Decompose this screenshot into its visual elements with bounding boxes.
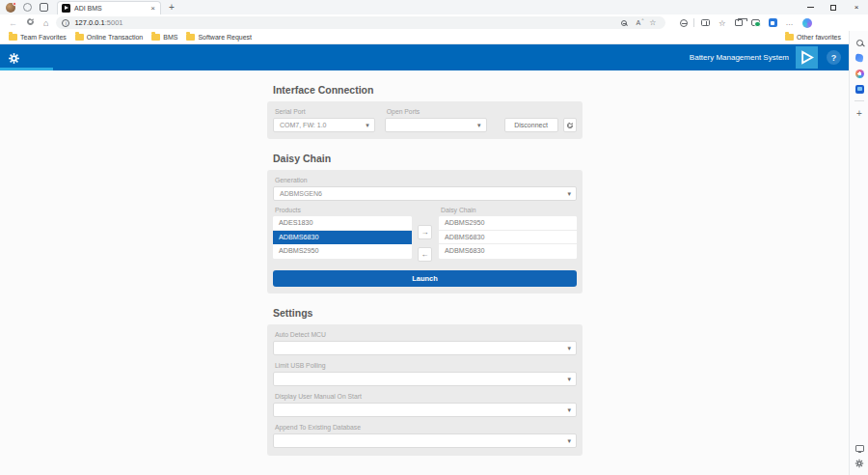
sidebar-bottom [850,440,868,471]
bookmark-item[interactable]: Software Request [186,34,252,41]
window-controls: × [799,0,868,14]
folder-icon [186,34,195,41]
favorites-icon[interactable]: ☆ [719,19,726,27]
window-close-button[interactable]: × [845,0,868,14]
tab-close-icon[interactable]: × [149,4,156,13]
main-content: Interface Connection Serial Port COM7, F… [267,70,583,456]
browser-window: ADI BMS × + × ← ⌂ i 127.0.0.1:5001 A^ ☆ … [0,0,868,475]
disconnect-button[interactable]: Disconnect [504,118,558,132]
window-maximize-button[interactable] [822,0,845,14]
other-favorites[interactable]: Other favorites [785,34,841,41]
display-user-manual-label: Display User Manual On Start [275,393,577,400]
collections-icon[interactable] [735,19,743,26]
toolbar-icons: ☆ … [675,18,816,28]
window-minimize-button[interactable] [799,0,822,14]
tab-actions-icon[interactable] [40,3,48,12]
folder-icon [785,34,794,41]
settings-card: Auto Detect MCU ▾ Limit USB Polling ▾ Di… [267,324,583,456]
bookmark-item[interactable]: BMS [151,34,177,41]
append-database-label: Append To Existing Database [275,424,577,431]
toolbar-divider [693,18,694,27]
daisy-chain-card: Generation ADBMSGEN6 ▾ Products ADES1830… [267,170,583,293]
address-bar[interactable]: i 127.0.0.1:5001 A^ ☆ [56,16,665,29]
profile-avatar-icon[interactable] [6,3,15,13]
chain-label: Daisy Chain [441,207,577,213]
sidebar-settings-gear-icon[interactable] [850,456,868,471]
notification-dot [13,2,16,6]
new-tab-button[interactable]: + [169,3,175,13]
remove-from-chain-button[interactable]: ← [418,247,432,262]
limit-usb-polling-label: Limit USB Polling [275,362,577,369]
copilot-icon[interactable] [802,18,812,28]
bookmark-item[interactable]: Team Favorites [9,34,67,41]
address-bar-row: ← ⌂ i 127.0.0.1:5001 A^ ☆ ☆ … [0,14,868,31]
more-menu-icon[interactable]: … [786,18,795,27]
product-list-item[interactable]: ADBMS2950 [273,244,412,259]
image-creator-icon[interactable] [850,81,868,97]
url-text[interactable]: 127.0.0.1:5001 [74,18,615,27]
split-screen-icon[interactable] [701,19,710,26]
folder-icon [9,34,17,41]
refresh-icon[interactable] [26,17,35,28]
chevron-down-icon: ▾ [567,373,571,386]
open-ports-select[interactable]: ▾ [385,118,487,132]
serial-port-select[interactable]: COM7, FW: 1.0 ▾ [273,118,375,132]
app-title: Battery Management System [690,44,789,70]
sidebar-divider [854,100,864,101]
browser-essentials-icon[interactable] [680,19,688,27]
chevron-down-icon: ▾ [567,342,571,355]
workspaces-icon[interactable] [23,3,32,12]
arrow-left-icon: ← [421,250,429,259]
serial-port-label: Serial Port [275,108,375,115]
active-tab-indicator [0,68,53,70]
back-icon[interactable]: ← [9,18,17,28]
browser-tab[interactable]: ADI BMS × [57,1,161,14]
generation-label: Generation [275,177,577,183]
section-title-settings: Settings [273,307,583,319]
help-icon[interactable]: ? [827,50,841,65]
products-list: ADES1830 ADBMS6830 ADBMS2950 [273,216,412,259]
tab-title: ADI BMS [74,5,149,12]
folder-icon [75,34,84,41]
bms-page: Battery Management System ? Interface Co… [0,44,849,475]
launch-button[interactable]: Launch [273,270,577,287]
adi-favicon-icon [62,4,70,13]
site-info-icon[interactable]: i [62,19,69,27]
limit-usb-polling-select[interactable]: ▾ [273,372,577,386]
chain-list-item[interactable]: ADBMS6830 [439,244,577,259]
arrow-right-icon: → [421,228,429,237]
product-list-item[interactable]: ADES1830 [273,216,412,231]
chevron-down-icon: ▾ [567,434,571,448]
favorite-star-icon[interactable]: ☆ [649,18,656,27]
open-ports-label: Open Ports [387,108,487,115]
auto-detect-mcu-label: Auto Detect MCU [275,331,577,338]
append-database-select[interactable]: ▾ [273,433,577,448]
serial-port-value: COM7, FW: 1.0 [280,122,327,128]
adi-logo-icon[interactable] [796,46,818,69]
add-sidebar-icon[interactable]: + [850,105,868,121]
bookmarks-bar: Team Favorites Online Transaction BMS So… [0,31,849,44]
chevron-down-icon: ▾ [477,119,481,132]
chain-list-item[interactable]: ADBMS2950 [439,216,577,231]
section-title-interface-connection: Interface Connection [273,84,583,96]
generation-select[interactable]: ADBMSGEN6 ▾ [273,186,577,201]
refresh-ports-button[interactable] [563,118,578,132]
search-icon[interactable] [850,35,868,50]
product-list-item-selected[interactable]: ADBMS6830 [273,231,412,245]
auto-detect-mcu-select[interactable]: ▾ [273,341,577,355]
settings-gear-icon[interactable] [8,51,20,69]
chain-list-item[interactable]: ADBMS6830 [439,231,577,245]
m365-icon[interactable] [850,66,868,81]
add-to-chain-button[interactable]: → [418,225,432,239]
read-aloud-icon[interactable]: A^ [637,19,641,26]
zoom-icon[interactable] [621,20,627,26]
monitor-icon[interactable] [850,440,868,456]
home-icon[interactable]: ⌂ [43,18,48,28]
shopping-icon[interactable] [850,50,868,66]
screenshot-tool-icon[interactable] [769,18,777,27]
bookmark-item[interactable]: Online Transaction [75,34,143,41]
display-user-manual-select[interactable]: ▾ [273,403,577,417]
tab-strip: ADI BMS × + × [0,0,868,14]
folder-icon [151,34,160,41]
wallet-icon[interactable] [751,19,760,26]
